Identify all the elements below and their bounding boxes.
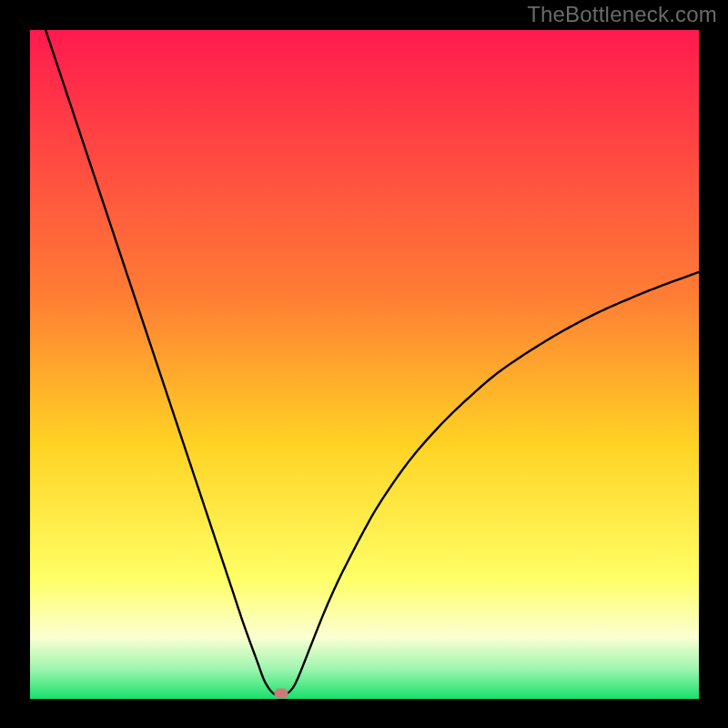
watermark-text: TheBottleneck.com — [527, 2, 717, 27]
chart-frame: TheBottleneck.com — [0, 0, 728, 728]
plot-area — [30, 30, 699, 699]
plot-svg — [30, 30, 699, 699]
minimum-marker — [274, 689, 288, 699]
svg-rect-0 — [30, 30, 699, 699]
